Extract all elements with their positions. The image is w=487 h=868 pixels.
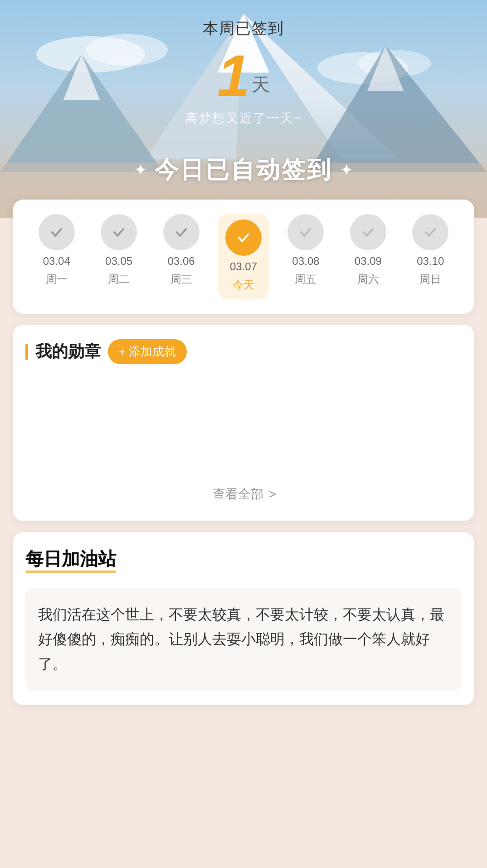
view-all-arrow-icon: > bbox=[269, 487, 276, 501]
day-date-sun: 03.10 bbox=[417, 255, 444, 268]
view-all-label: 查看全部 bbox=[213, 487, 263, 501]
day-label-wed: 周三 bbox=[170, 272, 192, 287]
day-label-fri: 周五 bbox=[295, 272, 317, 287]
content-area: 03.04 周一 03.05 周二 bbox=[0, 200, 487, 705]
auto-signed-banner: ✦ 今日已自动签到 ✦ bbox=[134, 154, 353, 186]
day-item-tue: 03.05 周二 bbox=[88, 214, 150, 287]
day-date-tue: 03.05 bbox=[105, 255, 132, 268]
day-item-thu: 03.07 今天 bbox=[212, 214, 274, 299]
daily-title: 每日加油站 bbox=[25, 546, 116, 571]
day-date-wed: 03.06 bbox=[168, 255, 195, 268]
badges-title: 我的勋章 bbox=[35, 341, 101, 363]
day-item-fri: 03.08 周五 bbox=[275, 214, 337, 287]
day-circle-thu bbox=[225, 219, 262, 256]
hero-content: 本周已签到 1 天 离梦想又近了一天~ ✦ 今日已自动签到 ✦ bbox=[0, 18, 487, 186]
day-date-thu: 03.07 bbox=[230, 260, 257, 273]
day-label-mon: 周一 bbox=[46, 272, 68, 287]
sparkle-left-icon: ✦ bbox=[134, 161, 147, 180]
sparkle-right-icon: ✦ bbox=[340, 161, 353, 180]
day-date-fri: 03.08 bbox=[292, 255, 319, 268]
day-circle-sat bbox=[350, 214, 386, 250]
day-label-thu: 今天 bbox=[233, 278, 254, 292]
day-item-wed: 03.06 周三 bbox=[150, 214, 212, 287]
day-item-sat: 03.09 周六 bbox=[337, 214, 399, 287]
badge-empty-area bbox=[25, 379, 462, 478]
day-count-row: 1 天 bbox=[217, 46, 270, 105]
quote-text: 我们活在这个世上，不要太较真，不要太计较，不要太认真，最好傻傻的，痴痴的。让别人… bbox=[38, 602, 449, 676]
day-label-sun: 周日 bbox=[419, 272, 441, 287]
badges-header: 我的勋章 + 添加成就 bbox=[25, 339, 462, 364]
day-circle-sun bbox=[412, 214, 448, 250]
day-circle-tue bbox=[101, 214, 137, 250]
week-calendar: 03.04 周一 03.05 周二 bbox=[25, 214, 462, 299]
day-item-sun: 03.10 周日 bbox=[399, 214, 462, 287]
week-signed-label: 本周已签到 bbox=[203, 18, 284, 39]
day-date-mon: 03.04 bbox=[43, 255, 70, 268]
view-all-button[interactable]: 查看全部 > bbox=[25, 478, 462, 507]
day-circle-fri bbox=[287, 214, 324, 250]
day-label-tue: 周二 bbox=[108, 272, 130, 287]
quote-box: 我们活在这个世上，不要太较真，不要太计较，不要太认真，最好傻傻的，痴痴的。让别人… bbox=[25, 588, 462, 691]
day-unit: 天 bbox=[252, 72, 270, 97]
auto-signed-text: 今日已自动签到 bbox=[155, 154, 332, 186]
add-achievement-button[interactable]: + 添加成就 bbox=[108, 339, 187, 364]
today-wrapper: 03.07 今天 bbox=[218, 214, 269, 299]
section-accent-icon bbox=[25, 344, 28, 360]
day-date-sat: 03.09 bbox=[355, 255, 382, 268]
day-item-mon: 03.04 周一 bbox=[25, 214, 88, 287]
day-circle-mon bbox=[39, 214, 75, 250]
daily-section: 每日加油站 我们活在这个世上，不要太较真，不要太计较，不要太认真，最好傻傻的，痴… bbox=[13, 532, 474, 705]
day-count: 1 bbox=[217, 46, 250, 105]
motivation-text: 离梦想又近了一天~ bbox=[185, 110, 302, 127]
calendar-card: 03.04 周一 03.05 周二 bbox=[13, 200, 474, 314]
day-label-sat: 周六 bbox=[357, 272, 379, 287]
badges-card: 我的勋章 + 添加成就 查看全部 > bbox=[13, 325, 474, 521]
day-circle-wed bbox=[163, 214, 200, 250]
hero-section: 本周已签到 1 天 离梦想又近了一天~ ✦ 今日已自动签到 ✦ bbox=[0, 0, 487, 218]
